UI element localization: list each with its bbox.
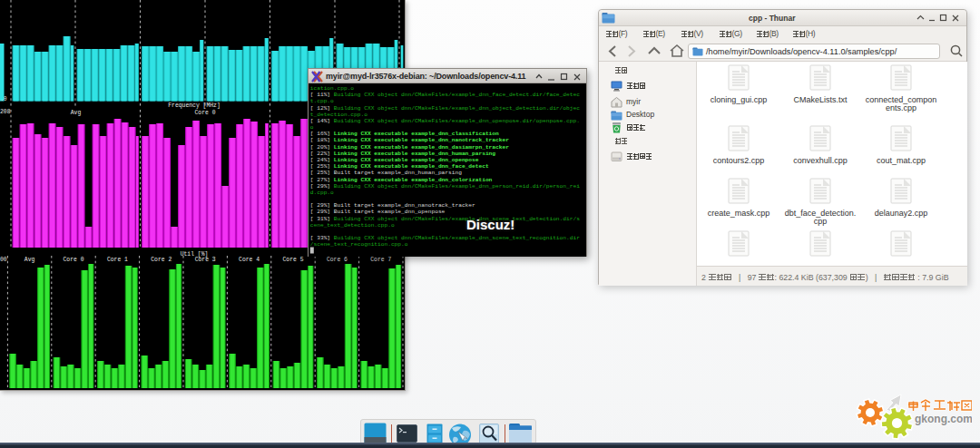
svg-text:gkong.com: gkong.com xyxy=(915,413,972,425)
svg-text:[ 14%] Building CXX object dnn: [ 14%] Building CXX object dnn/CMakeFile… xyxy=(310,118,580,124)
svg-text:Avg: Avg xyxy=(71,110,82,116)
svg-text:Core 1: Core 1 xyxy=(107,257,128,263)
svg-text:d.cpp.o: d.cpp.o xyxy=(310,190,334,196)
svg-text:/scene_text_recognition.cpp.o: /scene_text_recognition.cpp.o xyxy=(310,241,408,248)
svg-text:[ 22%] Linking CXX executable: [ 22%] Linking CXX executable example_dn… xyxy=(310,151,496,157)
svg-text:Core 2: Core 2 xyxy=(151,257,172,263)
svg-text:.0: .0 xyxy=(0,96,7,102)
svg-text:Avg: Avg xyxy=(24,257,35,263)
svg-text:[ 27%] Linking CXX executable: [ 27%] Linking CXX executable example_dn… xyxy=(310,177,493,183)
svg-text:[ 29%] Built target example_dn: [ 29%] Built target example_dnn_openpose xyxy=(310,209,446,215)
svg-text:[ 25%] Built target example_dn: [ 25%] Built target example_dnn_human_pa… xyxy=(310,170,462,176)
svg-text:[ 29%] Building CXX object dnn: [ 29%] Building CXX object dnn/CMakeFile… xyxy=(310,183,580,190)
svg-text:[ 24%] Linking CXX executable: [ 24%] Linking CXX executable example_dn… xyxy=(310,157,479,163)
svg-text:Core 4: Core 4 xyxy=(239,257,260,263)
svg-text:cene_text_detection.cpp.o: cene_text_detection.cpp.o xyxy=(310,222,395,229)
svg-text:Core 0: Core 0 xyxy=(63,257,83,263)
svg-text:[ 29%] Built target example_dn: [ 29%] Built target example_dnn_nanotrac… xyxy=(310,202,475,209)
svg-text:t_detection.cpp.o: t_detection.cpp.o xyxy=(310,112,368,118)
svg-text:[ 25%] Linking CXX executable: [ 25%] Linking CXX executable example_dn… xyxy=(310,163,489,170)
svg-text:[ 16%] Linking CXX executable: [ 16%] Linking CXX executable example_dn… xyxy=(310,131,499,137)
svg-text:[ 31%] Building CXX object dnn: [ 31%] Building CXX object dnn/CMakeFile… xyxy=(310,216,580,222)
svg-text:Frequency [MHz]: Frequency [MHz] xyxy=(168,102,220,109)
svg-text:[ 20%] Linking CXX executable: [ 20%] Linking CXX executable example_dn… xyxy=(310,144,509,151)
svg-text:[ 18%] Linking CXX executable: [ 18%] Linking CXX executable example_dn… xyxy=(310,137,509,143)
svg-text:t.cpp.o: t.cpp.o xyxy=(310,98,334,104)
svg-text:[ 33%] Building CXX object dnn: [ 33%] Building CXX object dnn/CMakeFile… xyxy=(310,235,580,241)
svg-text:[ 11%] Building CXX object dnn: [ 11%] Building CXX object dnn/CMakeFile… xyxy=(310,92,580,98)
svg-text:o: o xyxy=(310,124,314,131)
svg-text:Core 5: Core 5 xyxy=(282,257,303,263)
svg-text:Core 3: Core 3 xyxy=(195,257,216,263)
svg-text:208: 208 xyxy=(0,109,11,115)
svg-text:[ 12%] Building CXX object dnn: [ 12%] Building CXX object dnn/CMakeFile… xyxy=(310,105,580,112)
svg-text:Core 0: Core 0 xyxy=(194,110,215,116)
svg-text:ication.cpp.o: ication.cpp.o xyxy=(310,85,355,92)
svg-text:00: 00 xyxy=(0,257,7,263)
